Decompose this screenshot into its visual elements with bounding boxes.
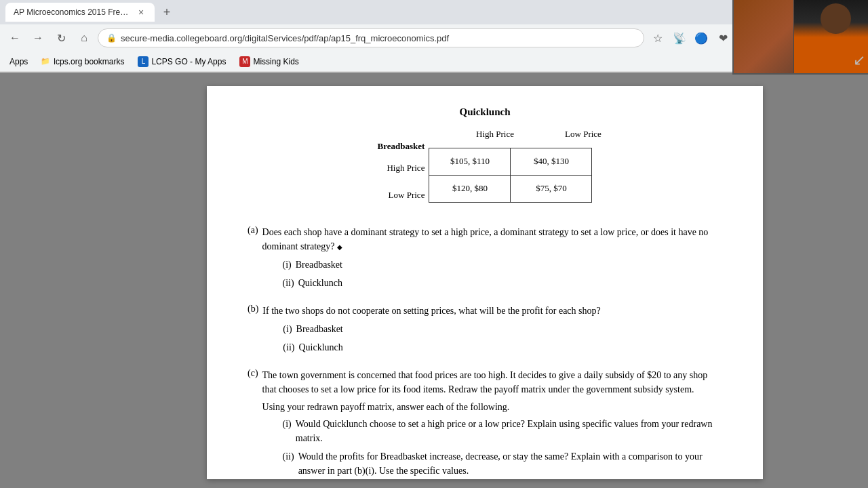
q-a-i: (i) Breadbasket — [283, 258, 722, 272]
row-label-low-price: Low Price — [389, 182, 425, 209]
pdf-title: Quicklunch — [248, 106, 722, 118]
q-a-i-label: (i) — [283, 258, 292, 272]
cast-icon[interactable]: 📡 — [670, 28, 689, 47]
q-b-text: If the two shops do not cooperate on set… — [262, 306, 600, 316]
col-header-low-price: Low Price — [539, 129, 627, 140]
q-a-ii: (ii) Quicklunch — [283, 276, 722, 290]
bookmark-missing-kids[interactable]: M Missing Kids — [234, 55, 304, 68]
lcps-go-favicon: L — [138, 56, 149, 67]
q-c-i-text: Would Quicklunch choose to set a high pr… — [296, 417, 722, 445]
q-a-text: Does each shop have a dominant strategy … — [262, 227, 709, 251]
q-a-subquestions: (i) Breadbasket (ii) Quicklunch — [283, 258, 722, 290]
q-c-i-label: (i) — [283, 417, 292, 445]
pdf-container[interactable]: Quicklunch High Price Low Price Breadbas… — [136, 73, 834, 488]
missing-kids-label: Missing Kids — [253, 57, 298, 66]
q-b-ii: (ii) Quicklunch — [283, 340, 600, 354]
questions: (a) Does each shop have a dominant strat… — [248, 225, 722, 482]
ext2-icon[interactable]: ❤ — [713, 28, 732, 47]
q-a-ii-label: (ii) — [283, 276, 294, 290]
q-b-ii-label: (ii) — [283, 340, 294, 354]
missing-kids-favicon: M — [239, 56, 250, 67]
back-button[interactable]: ← — [5, 28, 24, 47]
bookmark-star-icon[interactable]: ☆ — [648, 28, 667, 47]
q-b-label: (b) — [248, 304, 258, 359]
q-b-i-text: Breadbasket — [296, 322, 343, 336]
tab-close-button[interactable]: × — [136, 7, 146, 18]
cell-lh: $120, $80 — [429, 175, 511, 202]
right-sidebar — [834, 73, 868, 488]
refresh-button[interactable]: ↻ — [52, 28, 71, 47]
address-bar[interactable]: 🔒 secure-media.collegeboard.org/digitalS… — [98, 28, 644, 47]
cell-hh: $105, $110 — [429, 148, 511, 175]
home-button[interactable]: ⌂ — [75, 28, 94, 47]
q-a-i-text: Breadbasket — [296, 258, 342, 272]
ext1-icon[interactable]: 🔵 — [692, 28, 711, 47]
webcam-arrow-icon: ↙ — [853, 52, 865, 69]
payoff-matrix: $105, $110 $40, $130 $120, $80 $75, $70 — [429, 148, 592, 203]
q-c-text: The town government is concerned that fo… — [262, 370, 708, 394]
pdf-page: Quicklunch High Price Low Price Breadbas… — [207, 86, 763, 479]
q-c-i: (i) Would Quicklunch choose to set a hig… — [283, 417, 722, 445]
q-b-i-label: (i) — [283, 322, 292, 336]
apps-label[interactable]: Apps — [5, 56, 32, 68]
tab-title: AP Microeconomics 2015 Free-R... — [14, 7, 130, 17]
active-tab[interactable]: AP Microeconomics 2015 Free-R... × — [5, 3, 155, 22]
q-c-intro: Using your redrawn payoff matrix, answer… — [262, 402, 722, 413]
q-a-ii-text: Quicklunch — [298, 276, 342, 290]
lcps-go-label: LCPS GO - My Apps — [151, 57, 226, 66]
q-b-subquestions: (i) Breadbasket (ii) Quicklunch — [283, 322, 600, 354]
payoff-table-wrapper: High Price Low Price Breadbasket High Pr… — [248, 129, 722, 209]
question-b: (b) If the two shops do not cooperate on… — [248, 304, 722, 359]
breadbasket-label: Breadbasket — [378, 141, 425, 152]
url-text: secure-media.collegeboard.org/digitalSer… — [121, 33, 635, 43]
q-c-ii: (ii) Would the profits for Breadbasket i… — [283, 449, 722, 478]
row-label-high-price: High Price — [387, 155, 425, 182]
new-tab-button[interactable]: + — [157, 3, 176, 22]
webcam-video: ↙ — [734, 0, 868, 73]
cell-ll: $75, $70 — [511, 175, 592, 202]
left-sidebar — [0, 73, 136, 488]
webcam-overlay: ↙ — [732, 0, 868, 75]
cell-hl: $40, $130 — [511, 148, 592, 175]
content-area: Quicklunch High Price Low Price Breadbas… — [0, 73, 868, 488]
col-header-high-price: High Price — [451, 129, 539, 140]
q-b-i: (i) Breadbasket — [283, 322, 600, 336]
lcps-favicon: 📁 — [40, 56, 51, 67]
lock-icon: 🔒 — [106, 33, 117, 43]
q-b-ii-text: Quicklunch — [298, 340, 342, 354]
q-c-subquestions: (i) Would Quicklunch choose to set a hig… — [283, 417, 722, 478]
lcps-label: lcps.org bookmarks — [54, 57, 124, 66]
q-c-ii-label: (ii) — [283, 449, 294, 478]
bookmark-lcps-go[interactable]: L LCPS GO - My Apps — [132, 55, 231, 68]
forward-button[interactable]: → — [28, 28, 47, 47]
question-a: (a) Does each shop have a dominant strat… — [248, 225, 722, 294]
q-a-label: (a) — [248, 225, 258, 294]
question-c: (c) The town government is concerned tha… — [248, 368, 722, 482]
bookmark-lcps[interactable]: 📁 lcps.org bookmarks — [35, 55, 130, 68]
q-c-ii-text: Would the profits for Breadbasket increa… — [298, 449, 722, 478]
q-c-label: (c) — [248, 368, 258, 482]
